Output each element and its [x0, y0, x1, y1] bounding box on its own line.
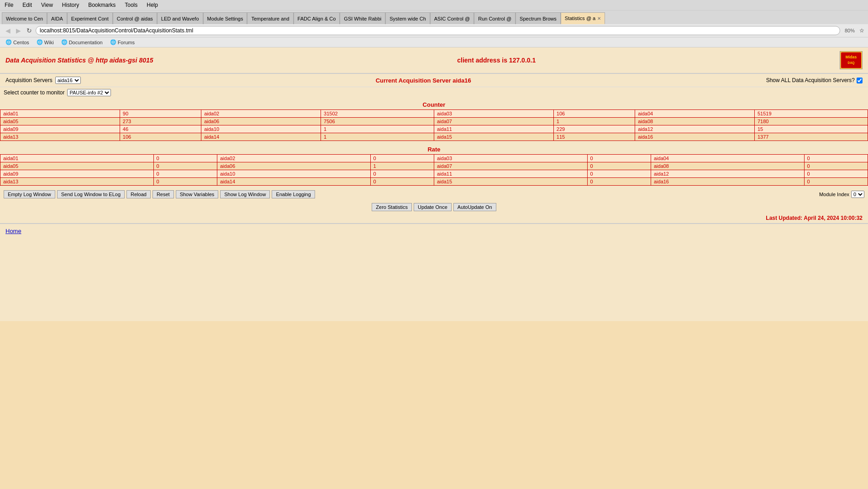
rate-name-cell: aida04 — [651, 155, 804, 162]
rate-table: aida010aida020aida030aida040aida050aida0… — [0, 154, 868, 186]
tab-2[interactable]: Experiment Cont — [67, 12, 113, 24]
tab-5[interactable]: Module Settings — [203, 12, 247, 24]
rate-value-cell: 1 — [370, 162, 434, 170]
rate-value-cell: 0 — [587, 155, 651, 162]
counter-value-cell: 106 — [120, 133, 201, 141]
rate-name-cell: aida10 — [217, 170, 370, 178]
current-server-label: Current Acquisition Server aida16 — [376, 77, 471, 84]
counter-value-cell: 31502 — [321, 110, 434, 118]
address-bar[interactable] — [36, 26, 840, 35]
counter-name-cell: aida02 — [201, 110, 321, 118]
auto-update-button[interactable]: AutoUpdate On — [453, 203, 496, 211]
counter-value-cell: 1 — [321, 133, 434, 141]
rate-name-cell: aida01 — [0, 155, 154, 162]
rate-section: Rate aida010aida020aida030aida040aida050… — [0, 143, 868, 187]
counter-name-cell: aida03 — [434, 110, 553, 118]
tab-11[interactable]: Run Control @ — [474, 12, 516, 24]
menu-history[interactable]: History — [59, 1, 82, 9]
monitor-bar: Select counter to monitor PAUSE-info #2 — [0, 87, 868, 98]
show-all-servers: Show ALL Data Acquisition Servers? — [766, 77, 863, 83]
button-bar-left: Empty Log Window Send Log Window to ELog… — [4, 190, 315, 198]
bookmark-wiki[interactable]: 🌐 Wiki — [35, 38, 56, 46]
counter-value-cell: 46 — [120, 125, 201, 133]
rate-value-cell: 0 — [370, 155, 434, 162]
tab-8[interactable]: GSI White Rabbi — [340, 12, 385, 24]
counter-name-cell: aida09 — [0, 125, 120, 133]
empty-log-button[interactable]: Empty Log Window — [4, 190, 55, 198]
update-once-button[interactable]: Update Once — [414, 203, 452, 211]
rate-name-cell: aida03 — [434, 155, 587, 162]
table-row: aida010aida020aida030aida040 — [0, 155, 868, 162]
menu-bookmarks[interactable]: Bookmarks — [85, 1, 118, 9]
rate-value-cell: 0 — [587, 162, 651, 170]
tab-10[interactable]: ASIC Control @ — [430, 12, 474, 24]
nav-bar: ◀ ▶ ↻ 80% ☆ — [0, 24, 868, 37]
counter-name-cell: aida04 — [635, 110, 755, 118]
tab-13[interactable]: Statistics @ a ✕ — [561, 12, 605, 24]
reload-page-button[interactable]: Reload — [126, 190, 151, 198]
rate-name-cell: aida13 — [0, 178, 154, 186]
svg-text:DAQ: DAQ — [848, 61, 855, 65]
table-row: aida090aida100aida110aida120 — [0, 170, 868, 178]
reset-button[interactable]: Reset — [153, 190, 174, 198]
home-link[interactable]: Home — [5, 228, 21, 234]
tab-1[interactable]: AIDA — [47, 12, 67, 24]
menu-view[interactable]: View — [38, 1, 56, 9]
url-input[interactable] — [40, 27, 836, 34]
counter-value-cell: 229 — [553, 125, 635, 133]
counter-name-cell: aida15 — [434, 133, 553, 141]
tab-7[interactable]: FADC Align & Co — [294, 12, 340, 24]
tab-4[interactable]: LED and Wavefo — [157, 12, 203, 24]
table-row: aida050aida061aida070aida080 — [0, 162, 868, 170]
show-variables-button[interactable]: Show Variables — [176, 190, 219, 198]
tab-close-icon[interactable]: ✕ — [597, 16, 601, 21]
rate-name-cell: aida09 — [0, 170, 154, 178]
tab-0[interactable]: Welcome to Cen — [2, 12, 47, 24]
rate-name-cell: aida06 — [217, 162, 370, 170]
tab-12[interactable]: Spectrum Brows — [516, 12, 561, 24]
zero-statistics-button[interactable]: Zero Statistics — [372, 203, 412, 211]
menu-help[interactable]: Help — [144, 1, 161, 9]
counter-value-cell: 1 — [321, 125, 434, 133]
monitor-select[interactable]: PAUSE-info #2 — [67, 89, 111, 96]
menu-tools[interactable]: Tools — [122, 1, 140, 9]
counter-name-cell: aida10 — [201, 125, 321, 133]
rate-value-cell: 0 — [370, 170, 434, 178]
counter-name-cell: aida06 — [201, 118, 321, 125]
tab-3[interactable]: Control @ aidas — [113, 12, 157, 24]
menu-edit[interactable]: Edit — [20, 1, 35, 9]
table-row: aida130aida140aida150aida160 — [0, 178, 868, 186]
enable-logging-button[interactable]: Enable Logging — [272, 190, 315, 198]
reload-button[interactable]: ↻ — [25, 26, 34, 35]
menu-file[interactable]: File — [2, 1, 16, 9]
counter-value-cell: 273 — [120, 118, 201, 125]
table-row: aida13106aida141aida15115aida161377 — [0, 133, 868, 141]
counter-name-cell: aida11 — [434, 125, 553, 133]
table-row: aida0946aida101aida11229aida1215 — [0, 125, 868, 133]
rate-value-cell: 0 — [804, 155, 868, 162]
show-all-checkbox[interactable] — [857, 78, 863, 83]
bookmark-documentation[interactable]: 🌐 Documentation — [59, 38, 105, 46]
tab-9[interactable]: System wide Ch — [385, 12, 430, 24]
server-select[interactable]: aida16 — [55, 77, 81, 84]
send-log-button[interactable]: Send Log Window to ELog — [57, 190, 125, 198]
bookmark-star-icon[interactable]: ☆ — [859, 27, 864, 34]
module-index-bar: Module Index 0 — [819, 191, 864, 198]
counter-table: aida0190aida0231502aida03106aida0451519a… — [0, 109, 868, 141]
rate-value-cell: 0 — [587, 170, 651, 178]
rate-value-cell: 0 — [153, 170, 217, 178]
rate-value-cell: 0 — [370, 178, 434, 186]
rate-value-cell: 0 — [153, 178, 217, 186]
rate-value-cell: 0 — [153, 155, 217, 162]
tab-bar: Welcome to Cen AIDA Experiment Cont Cont… — [0, 10, 868, 24]
back-button[interactable]: ◀ — [4, 26, 12, 35]
counter-value-cell: 7180 — [755, 118, 868, 125]
bookmark-centos[interactable]: 🌐 Centos — [4, 38, 31, 46]
show-log-button[interactable]: Show Log Window — [220, 190, 270, 198]
server-bar: Acquisition Servers aida16 Current Acqui… — [0, 74, 868, 87]
bookmark-forums[interactable]: 🌐 Forums — [108, 38, 137, 46]
rate-value-cell: 0 — [804, 178, 868, 186]
forward-button[interactable]: ▶ — [14, 26, 23, 35]
module-index-select[interactable]: 0 — [851, 191, 864, 198]
tab-6[interactable]: Temperature and — [247, 12, 293, 24]
